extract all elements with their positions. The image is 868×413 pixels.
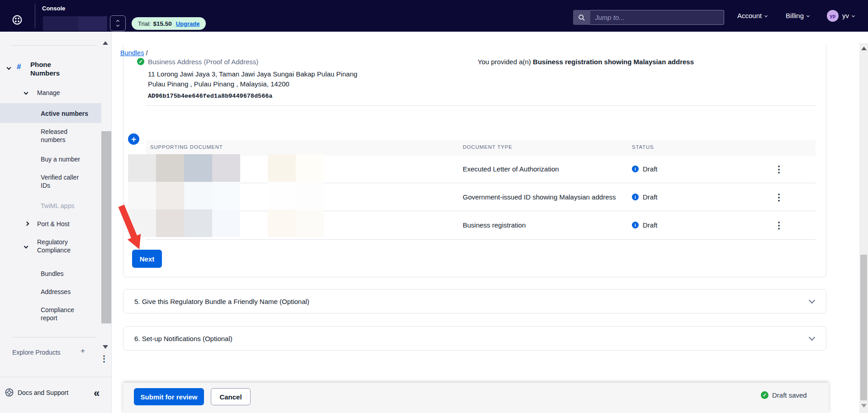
document-preview-cell — [296, 209, 324, 237]
collapse-sidebar-button[interactable] — [94, 388, 100, 398]
breadcrumb-bundles-link[interactable]: Bundles — [120, 49, 144, 57]
address-valid-check-icon: ✓ — [137, 58, 144, 65]
saved-check-icon: ✓ — [761, 391, 768, 399]
chevron-down-icon — [852, 14, 855, 17]
sidebar-item-addresses[interactable]: Addresses — [41, 288, 71, 296]
sidebar-item-bundles[interactable]: Bundles — [41, 270, 64, 278]
provided-value: Business registration showing Malaysian … — [533, 58, 694, 66]
table-row-document-type: Business registration — [463, 221, 526, 229]
row-actions-kebab-icon[interactable] — [774, 164, 783, 175]
info-icon: i — [632, 222, 639, 228]
sidebar-item-twiml-apps[interactable]: TwiML apps — [41, 202, 74, 210]
account-selector-redacted[interactable] — [43, 16, 78, 31]
sidebar: # Phone Numbers Manage Active numbers Re… — [0, 32, 112, 413]
document-preview-cell — [268, 182, 296, 209]
row-actions-kebab-icon[interactable] — [774, 220, 783, 231]
chevron-down-icon[interactable] — [24, 90, 28, 95]
section-divider — [146, 105, 816, 106]
account-switcher-button[interactable] — [110, 15, 126, 31]
chevron-down-icon — [809, 297, 815, 304]
sidebar-item-compliance-report[interactable]: Compliance report — [41, 306, 86, 322]
row-actions-kebab-icon[interactable] — [774, 192, 783, 203]
docs-and-support-label: Docs and Support — [18, 389, 68, 397]
page-scroll-down-icon[interactable] — [861, 404, 867, 408]
column-document-type: Document Type — [463, 144, 512, 150]
twilio-logo-icon[interactable] — [12, 15, 22, 25]
jump-to-search-input[interactable] — [590, 10, 724, 25]
sidebar-scrollbar-thumb[interactable] — [101, 131, 111, 323]
upgrade-link[interactable]: Upgrade — [176, 20, 200, 27]
trial-label: Trial: — [138, 20, 151, 27]
address-line-2: Pulau Pinang , Pulau Pinang , Malaysia, … — [148, 79, 289, 89]
account-menu[interactable]: Account — [737, 12, 767, 19]
document-preview-cell — [212, 154, 240, 182]
add-document-button[interactable]: + — [128, 133, 139, 145]
search-icon — [578, 14, 585, 21]
docs-and-support-item[interactable]: Docs and Support — [0, 385, 101, 399]
document-preview-cell — [268, 154, 296, 182]
avatar[interactable]: yp — [827, 10, 839, 22]
chevron-right-icon[interactable] — [25, 222, 29, 226]
provided-document-summary: You provided a(n) Business registration … — [478, 58, 694, 66]
document-preview-cell — [212, 209, 240, 237]
navbar-divider — [35, 4, 35, 28]
sidebar-item-released-numbers[interactable]: Released numbers — [41, 128, 88, 144]
document-preview-cell — [296, 154, 324, 182]
sidebar-scroll-up-icon[interactable] — [103, 41, 108, 45]
status-badge: Draft — [643, 193, 658, 201]
document-preview-cell — [128, 182, 156, 209]
chevron-down-icon[interactable] — [24, 244, 28, 249]
provided-prefix: You provided a(n) — [478, 58, 531, 66]
billing-menu[interactable]: Billing — [786, 12, 809, 19]
address-line-1: 11 Lorong Jawi Jaya 3, Taman Jawi Jaya S… — [148, 69, 357, 79]
sidebar-item-verified-caller-ids[interactable]: Verified caller IDs — [41, 173, 88, 190]
plus-icon[interactable]: + — [81, 347, 85, 356]
user-menu[interactable]: yv — [842, 12, 854, 19]
trial-amount: $15.50 — [153, 20, 171, 27]
sidebar-item-manage[interactable]: Manage — [37, 89, 60, 97]
breadcrumb-separator: / — [146, 49, 147, 57]
search-button[interactable] — [573, 10, 590, 25]
sidebar-item-regulatory-compliance[interactable]: Regulatory Compliance — [37, 238, 82, 254]
page-scroll-up-icon[interactable] — [861, 47, 867, 50]
kebab-menu-icon[interactable] — [100, 355, 108, 363]
draft-saved-label: Draft saved — [772, 391, 807, 399]
sidebar-item-phone-numbers[interactable]: Phone Numbers — [30, 60, 81, 77]
cancel-button[interactable]: Cancel — [211, 388, 251, 405]
document-preview-cell — [268, 209, 296, 237]
sidebar-bottom-divider — [11, 337, 96, 337]
row-divider — [146, 239, 816, 240]
page-scrollbar-thumb[interactable] — [860, 255, 867, 400]
next-button[interactable]: Next — [132, 250, 162, 268]
submit-for-review-button[interactable]: Submit for review — [134, 388, 204, 405]
chevron-down-icon[interactable] — [7, 66, 11, 70]
document-preview-cell — [184, 182, 212, 209]
document-preview-cell — [128, 209, 156, 237]
table-row-document-type: Executed Letter of Authorization — [463, 165, 559, 173]
section-notifications-panel[interactable]: 6. Set-up Notifications (Optional) — [123, 326, 826, 351]
chevron-up-icon — [116, 20, 119, 23]
sidebar-item-buy-a-number[interactable]: Buy a number — [41, 155, 80, 163]
info-icon: i — [632, 166, 639, 172]
sidebar-item-port-and-host[interactable]: Port & Host — [37, 220, 70, 228]
chevron-down-icon — [764, 14, 768, 17]
document-preview-cell — [184, 209, 212, 237]
top-navbar: Console Trial: $15.50 Upgrade Account Bi… — [0, 0, 868, 32]
address-section-title: Business Address (Proof of Address) — [148, 58, 258, 66]
billing-menu-label: Billing — [786, 12, 804, 19]
document-preview-cell — [296, 182, 324, 209]
document-preview-cell — [128, 154, 156, 182]
chevron-down-icon — [116, 24, 119, 27]
account-selector-redacted-2[interactable] — [78, 16, 107, 31]
document-preview-cell — [212, 182, 240, 209]
console-label: Console — [42, 5, 65, 12]
status-badge: Draft — [643, 221, 658, 229]
collapse-divider — [0, 377, 112, 377]
section-friendly-name-title: 5. Give this Regulatory Bundle a Friendl… — [134, 298, 309, 305]
sidebar-item-active-numbers[interactable]: Active numbers — [41, 109, 104, 118]
document-preview-mosaic — [128, 154, 240, 237]
section-friendly-name-panel[interactable]: 5. Give this Regulatory Bundle a Friendl… — [123, 289, 826, 313]
sidebar-scroll-down-icon[interactable] — [103, 345, 108, 349]
sidebar-item-explore-products[interactable]: Explore Products — [12, 348, 61, 356]
lifering-icon — [5, 388, 14, 397]
